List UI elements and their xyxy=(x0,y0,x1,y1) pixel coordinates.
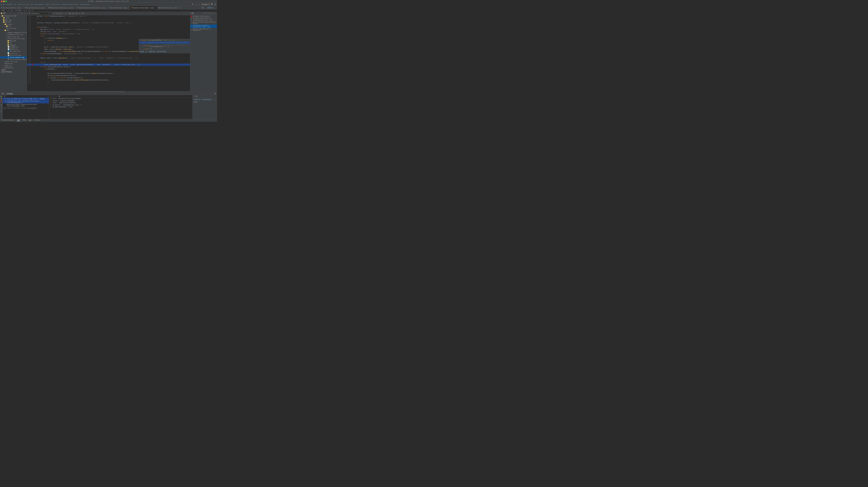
tree-webxml[interactable]: 🔧 web.xml xyxy=(0,63,27,65)
window-controls[interactable] xyxy=(1,0,7,2)
bc-lib[interactable]: lib xyxy=(14,4,16,5)
tree-com[interactable]: ▸ 📁 com xyxy=(0,25,27,27)
tree-strutsdefault[interactable]: 🔧 struts-default.xml xyxy=(0,57,27,59)
nav-icon-2[interactable]: ↕ xyxy=(194,3,197,6)
search-next-w[interactable]: W xyxy=(59,12,62,14)
tree-lib[interactable]: ▾ 📁 lib xyxy=(0,29,27,32)
struct-getordered[interactable]: ● getOrderedComparator(): Comparator xyxy=(190,28,217,32)
bc-method[interactable]: setParameters xyxy=(80,4,90,5)
bottom-tab-todo[interactable]: TODO xyxy=(22,119,27,122)
search-opt4[interactable]: ≡ xyxy=(79,12,81,14)
settings-icon[interactable]: ⚙ xyxy=(214,3,217,6)
search-up[interactable]: ↑ xyxy=(63,12,65,14)
sidebar-action-2[interactable]: ⚙ xyxy=(21,12,23,14)
bc-webinf[interactable]: WEB-INF xyxy=(7,4,12,5)
tab-close[interactable]: × xyxy=(178,7,179,8)
tree-commons[interactable]: ☕ commons-logging-1.0.4.jar xyxy=(0,32,27,34)
tree-license[interactable]: 📄 LICENSE.txt xyxy=(0,46,27,48)
var-this[interactable]: 🔸 this = {ParametersInterceptor@3788} xyxy=(49,98,192,100)
tree-xwork[interactable]: ▸ ☕ xwork-2.0.3.jar xyxy=(0,61,27,63)
tree-tempfiles[interactable]: ▸ 临时文件和控制台 xyxy=(0,71,27,73)
tree-overview[interactable]: 🌐 overview.html xyxy=(0,50,27,52)
struct-constructor[interactable]: ● ParametersInterceptor() xyxy=(190,18,217,19)
tree-externallibs[interactable]: ▸ 外部库 xyxy=(0,69,27,71)
tree-org[interactable]: ▸ 📁 org xyxy=(0,42,27,44)
search-opt2[interactable]: ⊞ xyxy=(72,12,74,15)
tree-welcomejsp[interactable]: ☕ welcome.jsp xyxy=(0,67,27,69)
watch-eval[interactable]: ⊞ xyxy=(195,95,198,97)
dt-expand-arrow2[interactable]: ▸ xyxy=(143,45,144,47)
dt-watch-btn[interactable]: 添加为内联监视 xyxy=(157,51,166,53)
tab-staticparameters[interactable]: StaticParametersInterceptor.class × xyxy=(76,6,108,9)
search-button[interactable]: 🔍 xyxy=(211,3,213,6)
var-parameternameaware[interactable]: 🔸 parameterNameAware = null xyxy=(49,106,192,108)
nav-icon-3[interactable]: ≡ xyxy=(198,3,200,6)
dt-renderer-btn[interactable]: 创建呈现器 xyxy=(148,51,155,53)
tab-defaultactioninvocation[interactable]: DefaultActionInvocation.class × xyxy=(48,6,76,9)
vars-nav3[interactable]: ↓ xyxy=(56,95,58,97)
code-editor[interactable]: 106 params = new TreeMap(parameters); pa… xyxy=(27,15,190,91)
debug-pause[interactable]: ⏸ xyxy=(0,98,3,100)
tree-metainf[interactable]: ▸ 📁 META-INF xyxy=(0,19,27,21)
search-clear[interactable]: × xyxy=(53,12,55,14)
tab-close[interactable]: × xyxy=(74,7,75,8)
tree-metainf2[interactable]: ▸ 📁 META-INF xyxy=(0,40,27,42)
struct-close[interactable]: × xyxy=(214,12,216,14)
search-input[interactable] xyxy=(31,13,48,14)
tree-strutsdtd[interactable]: 📋 struts-2.0.dtd xyxy=(0,54,27,57)
vars-nav4[interactable]: ⊞ xyxy=(58,95,60,97)
tab-close[interactable]: × xyxy=(155,7,156,8)
frame-dointercept[interactable]: doIntercept:159, ParametersInterceptor (… xyxy=(3,103,49,107)
bottom-tab-vcs[interactable]: Version Control xyxy=(1,119,15,122)
bc-interceptor[interactable]: interceptor xyxy=(52,4,60,5)
debug-tab-unnamed[interactable]: Unnamed xyxy=(6,93,13,95)
tab-utiltimer[interactable]: UtilTimerStack.class × xyxy=(108,6,130,9)
sidebar-action-3[interactable]: × xyxy=(24,12,26,14)
tab-actioninvocation[interactable]: ActionInvocation.class × xyxy=(24,6,47,9)
vars-add[interactable]: + xyxy=(50,95,52,97)
debug-resume[interactable]: ▶ xyxy=(0,96,2,97)
var-action[interactable]: 🔸 action = {LoginAction@4684} xyxy=(49,100,192,102)
search-prev[interactable]: Cc xyxy=(56,12,59,14)
dt-f2-btn[interactable]: F2 xyxy=(146,51,147,53)
struct-expand[interactable]: ⊞ xyxy=(208,12,211,14)
bc-com[interactable]: com xyxy=(31,4,33,5)
scrollbar-thumb[interactable] xyxy=(76,91,125,92)
dt-expand-arrow[interactable]: ▾ xyxy=(140,39,141,41)
debug-stop[interactable]: ⏹ xyxy=(0,100,3,102)
tab-strutsactionproxy[interactable]: StrutsActionProxy.class × xyxy=(0,6,24,9)
bc-s2001[interactable]: S2-001 xyxy=(0,4,5,5)
bc-opensymphony[interactable]: opensymphony xyxy=(34,4,44,5)
search-filter[interactable]: ⚗ xyxy=(82,12,84,15)
tab-close[interactable]: × xyxy=(22,7,23,8)
tabs-overflow[interactable]: ▾ xyxy=(180,7,183,9)
minimize-button[interactable] xyxy=(3,0,5,2)
tree-ognl[interactable]: ☕ ognl-2.6.11.jar xyxy=(0,36,27,38)
tree-classes[interactable]: ▾ 📁 classes xyxy=(0,23,27,25)
tree-template[interactable]: ▸ 📁 template xyxy=(0,44,27,46)
var-parameters[interactable]: 🔸 parameters = {HashMap@4712} size = 2 xyxy=(49,104,192,106)
tab-close[interactable]: × xyxy=(128,7,128,8)
watch-add-eval[interactable]: 评估表达式(≈)或添加加监视(⊞...) xyxy=(193,99,216,101)
tree-strutsportlet[interactable]: 🔧 struts-portlet-default.xml xyxy=(0,58,27,61)
watch-add[interactable]: + xyxy=(193,95,195,97)
var-stack[interactable]: 🔸 stack = {OgnlValueStack@4711} xyxy=(49,102,192,104)
horizontal-scrollbar[interactable] xyxy=(27,91,190,92)
session-selector[interactable]: Unnamed ▾ xyxy=(201,3,210,6)
dt-index-arrow[interactable]: ▸ xyxy=(142,42,142,43)
debug-step-into[interactable]: ↪ xyxy=(0,106,2,108)
tab-close[interactable]: × xyxy=(106,7,107,8)
search-opt3[interactable]: ⊟ xyxy=(75,12,78,15)
struct-setdevmode[interactable]: ● setDevMode(String): void xyxy=(190,19,217,21)
struct-sort[interactable]: ⇅ xyxy=(203,12,205,14)
tab-close[interactable]: × xyxy=(45,7,46,8)
debug-settings[interactable]: ⚙ xyxy=(214,92,216,95)
tree-webinf[interactable]: ▾ 📁 WEB-INF xyxy=(0,21,27,23)
tree-freemarker[interactable]: ☕ freemarker-2.3.8.jar xyxy=(0,33,27,36)
bc-xwork2[interactable]: xwork2 xyxy=(45,4,50,5)
tree-struts2core[interactable]: ▾ ☕ struts2-core-2.0.8.jar xyxy=(0,38,27,40)
close-button[interactable] xyxy=(1,0,2,2)
struct-filter[interactable]: ⚗ xyxy=(206,12,208,14)
maximize-button[interactable] xyxy=(5,0,7,2)
dt-setvalue-btn[interactable]: 设置值 xyxy=(140,51,144,53)
